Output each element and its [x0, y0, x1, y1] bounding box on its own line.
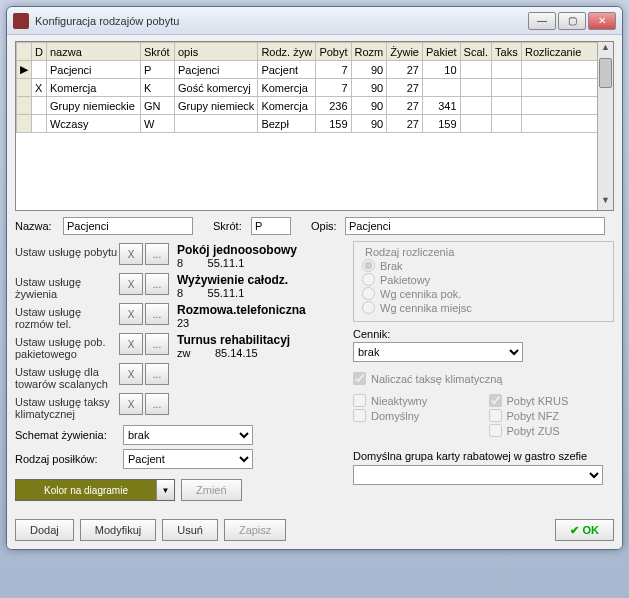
- radio-pakietowy[interactable]: Pakietowy: [362, 273, 605, 286]
- svc-pobyt-pick[interactable]: ...: [145, 243, 169, 265]
- col-rodzzyw[interactable]: Rodz. żyw: [258, 43, 316, 61]
- stay-types-grid[interactable]: D nazwa Skrót opis Rodz. żyw Pobyt Rozm …: [15, 41, 614, 211]
- schemat-select[interactable]: brak: [123, 425, 253, 445]
- app-icon: [13, 13, 29, 29]
- taksa-checkbox[interactable]: Naliczać taksę klimatyczną: [353, 372, 614, 385]
- usun-button[interactable]: Usuń: [162, 519, 218, 541]
- modyfikuj-button[interactable]: Modyfikuj: [80, 519, 156, 541]
- opis-label: Opis:: [311, 220, 341, 232]
- svc-pobyt-title: Pokój jednoosobowy: [177, 243, 345, 257]
- svc-pobyt-label: Ustaw usługę pobytu: [15, 243, 119, 258]
- zapisz-button[interactable]: Zapisz: [224, 519, 286, 541]
- col-nazwa[interactable]: nazwa: [46, 43, 140, 61]
- scroll-down-icon[interactable]: ▼: [598, 195, 613, 210]
- cennik-label: Cennik:: [353, 328, 614, 340]
- maximize-button[interactable]: ▢: [558, 12, 586, 30]
- gastro-label: Domyślna grupa karty rabatowej w gastro …: [353, 450, 614, 462]
- svc-pakiet-pick[interactable]: ...: [145, 333, 169, 355]
- table-row[interactable]: Grupy niemieckieGNGrupy niemieckKomercja…: [17, 97, 613, 115]
- col-pobyt[interactable]: Pobyt: [316, 43, 351, 61]
- svc-scal-pick[interactable]: ...: [145, 363, 169, 385]
- svc-rozm-clear[interactable]: X: [119, 303, 143, 325]
- nazwa-input[interactable]: [63, 217, 193, 235]
- col-d[interactable]: D: [32, 43, 47, 61]
- scroll-up-icon[interactable]: ▲: [598, 42, 613, 57]
- radio-brak[interactable]: Brak: [362, 259, 605, 272]
- skrot-input[interactable]: [251, 217, 291, 235]
- svc-pakiet-title: Turnus rehabilitacyj: [177, 333, 345, 347]
- opis-input[interactable]: [345, 217, 605, 235]
- scroll-thumb[interactable]: [599, 58, 612, 88]
- chk-zus[interactable]: Pobyt ZUS: [489, 424, 615, 437]
- chevron-down-icon[interactable]: ▼: [156, 480, 174, 500]
- svc-pakiet-label: Ustaw usługę pob. pakietowego: [15, 333, 119, 360]
- skrot-label: Skrót:: [213, 220, 247, 232]
- cennik-select[interactable]: brak: [353, 342, 523, 362]
- posilki-label: Rodzaj posiłków:: [15, 453, 123, 465]
- table-row[interactable]: XKomercjaKGość komercyjKomercja790270: [17, 79, 613, 97]
- svc-taksa-label: Ustaw usługę taksy klimatycznej: [15, 393, 119, 420]
- col-opis[interactable]: opis: [174, 43, 257, 61]
- color-change-button[interactable]: Zmień: [181, 479, 242, 501]
- rozliczenie-group: Rodzaj rozliczenia Brak Pakietowy Wg cen…: [353, 241, 614, 322]
- svc-zyw-title: Wyżywienie całodz.: [177, 273, 345, 287]
- titlebar[interactable]: Konfiguracja rodzajów pobytu — ▢ ✕: [7, 7, 622, 35]
- grid-scrollbar[interactable]: ▲ ▼: [597, 42, 613, 210]
- col-scal[interactable]: Scal.: [460, 43, 491, 61]
- svc-scal-clear[interactable]: X: [119, 363, 143, 385]
- posilki-select[interactable]: Pacjent: [123, 449, 253, 469]
- minimize-button[interactable]: —: [528, 12, 556, 30]
- col-skrot[interactable]: Skrót: [140, 43, 174, 61]
- svc-pobyt-clear[interactable]: X: [119, 243, 143, 265]
- svc-zyw-clear[interactable]: X: [119, 273, 143, 295]
- color-swatch: Kolor na diagramie: [16, 480, 156, 500]
- rozliczenie-title: Rodzaj rozliczenia: [362, 246, 457, 258]
- ok-button[interactable]: OK: [555, 519, 615, 541]
- svc-taksa-clear[interactable]: X: [119, 393, 143, 415]
- radio-cennik-pok[interactable]: Wg cennika pok.: [362, 287, 605, 300]
- svc-scal-label: Ustaw usługę dla towarów scalanych: [15, 363, 119, 390]
- svc-rozm-pick[interactable]: ...: [145, 303, 169, 325]
- svc-rozm-label: Ustaw usługę rozmów tel.: [15, 303, 119, 330]
- col-rozm[interactable]: Rozm: [351, 43, 387, 61]
- radio-cennik-miejsc[interactable]: Wg cennika miejsc: [362, 301, 605, 314]
- table-row[interactable]: ▶PacjenciPPacjenciPacjent79027100: [17, 61, 613, 79]
- chk-domyslny[interactable]: Domyślny: [353, 409, 479, 422]
- chk-nfz[interactable]: Pobyt NFZ: [489, 409, 615, 422]
- col-zywie[interactable]: Żywie: [387, 43, 423, 61]
- svc-taksa-pick[interactable]: ...: [145, 393, 169, 415]
- col-pakiet[interactable]: Pakiet: [422, 43, 460, 61]
- col-taks[interactable]: Taks: [492, 43, 522, 61]
- chk-krus[interactable]: Pobyt KRUS: [489, 394, 615, 407]
- chk-nieaktywny[interactable]: Nieaktywny: [353, 394, 479, 407]
- svc-zyw-label: Ustaw usługę żywienia: [15, 273, 119, 300]
- close-button[interactable]: ✕: [588, 12, 616, 30]
- schemat-label: Schemat żywienia:: [15, 429, 123, 441]
- table-row[interactable]: WczasyWBezpł15990271590: [17, 115, 613, 133]
- svc-zyw-pick[interactable]: ...: [145, 273, 169, 295]
- dialog-window: Konfiguracja rodzajów pobytu — ▢ ✕ D naz…: [6, 6, 623, 550]
- color-picker[interactable]: Kolor na diagramie ▼: [15, 479, 175, 501]
- nazwa-label: Nazwa:: [15, 220, 59, 232]
- dodaj-button[interactable]: Dodaj: [15, 519, 74, 541]
- gastro-select[interactable]: [353, 465, 603, 485]
- svc-rozm-title: Rozmowa.telefoniczna: [177, 303, 345, 317]
- window-title: Konfiguracja rodzajów pobytu: [35, 15, 528, 27]
- svc-pakiet-clear[interactable]: X: [119, 333, 143, 355]
